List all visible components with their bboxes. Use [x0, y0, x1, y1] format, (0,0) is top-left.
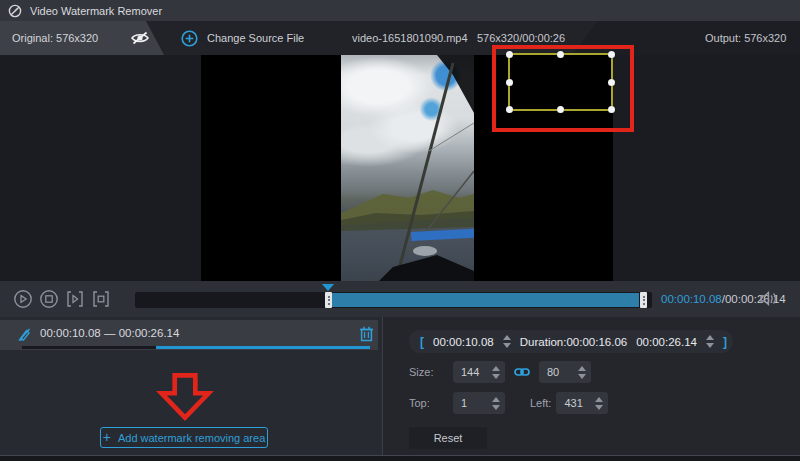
toolbar: Original: 576x320 Change Source File vid…	[0, 21, 800, 55]
set-end-bracket-button[interactable]: ]	[723, 335, 727, 349]
delete-area-icon[interactable]	[359, 325, 374, 344]
original-size-label: Original: 576x320	[12, 32, 98, 44]
transport-bar: 00:00:10.08/00:00:26.14	[0, 281, 800, 317]
add-area-label: Add watermark removing area	[118, 432, 265, 444]
spin-down-icon[interactable]	[578, 374, 586, 379]
spin-up-icon[interactable]	[503, 335, 511, 340]
height-input[interactable]	[539, 366, 569, 378]
left-input[interactable]	[556, 397, 586, 409]
time-range-editor: [ 00:00:10.08 Duration:00:00:16.06 00:00…	[409, 330, 733, 353]
frame-capture-button[interactable]	[91, 289, 111, 309]
change-source-label: Change Source File	[207, 32, 304, 44]
set-start-bracket-button[interactable]: [	[420, 335, 424, 349]
item-range-before	[22, 346, 156, 349]
item-range-selected	[156, 346, 370, 349]
spin-down-icon[interactable]	[492, 374, 500, 379]
spin-down-icon[interactable]	[492, 405, 500, 410]
preview-stage	[0, 55, 800, 281]
spin-down-icon[interactable]	[706, 343, 714, 348]
selection-handle-se[interactable]	[608, 106, 615, 113]
timeline-end-handle[interactable]	[640, 292, 647, 308]
spin-up-icon[interactable]	[492, 397, 500, 402]
watermark-areas-panel: 00:00:10.08 — 00:00:26.14 +	[0, 317, 382, 455]
left-label: Left:	[530, 397, 551, 409]
video-preview	[341, 55, 474, 281]
bottom-edge-bar	[0, 455, 800, 461]
playhead-marker[interactable]	[322, 284, 334, 291]
video-filename: video-1651801090.mp4	[352, 21, 468, 55]
height-field[interactable]	[539, 361, 591, 383]
end-time-value[interactable]: 00:00:26.14	[636, 336, 697, 348]
video-watermark-remover-window: Video Watermark Remover Original: 576x32…	[0, 0, 800, 461]
selection-handle-nw[interactable]	[506, 51, 513, 58]
top-field[interactable]	[453, 392, 505, 414]
top-label: Top:	[409, 397, 441, 409]
reset-button[interactable]: Reset	[409, 427, 487, 449]
size-label: Size:	[409, 366, 441, 378]
area-settings-panel: [ 00:00:10.08 Duration:00:00:16.06 00:00…	[383, 317, 800, 455]
spin-up-icon[interactable]	[706, 335, 714, 340]
item-range-bar	[22, 346, 370, 349]
left-field[interactable]	[556, 392, 608, 414]
stop-button[interactable]	[39, 289, 59, 309]
volume-icon[interactable]	[759, 290, 778, 309]
timeline-track[interactable]	[135, 292, 652, 308]
end-time-spinner[interactable]	[706, 335, 714, 348]
add-watermark-area-button[interactable]: + Add watermark removing area	[100, 427, 268, 448]
selection-handle-sw[interactable]	[506, 106, 513, 113]
app-logo-icon	[8, 4, 22, 18]
timeline-start-handle[interactable]	[325, 292, 332, 308]
spin-down-icon[interactable]	[595, 405, 603, 410]
selection-handle-ne[interactable]	[608, 51, 615, 58]
selection-handle-w[interactable]	[506, 79, 513, 86]
spin-up-icon[interactable]	[595, 397, 603, 402]
link-dimensions-icon[interactable]	[514, 366, 530, 378]
watermark-item-time-range: 00:00:10.08 — 00:00:26.14	[40, 320, 179, 346]
top-spinner[interactable]	[492, 397, 500, 410]
window-title: Video Watermark Remover	[30, 5, 162, 17]
preview-original-eye-icon[interactable]	[128, 28, 152, 50]
selection-handle-e[interactable]	[608, 79, 615, 86]
spin-up-icon[interactable]	[578, 366, 586, 371]
selection-handle-s[interactable]	[557, 106, 564, 113]
watermark-selection-box[interactable]	[508, 53, 613, 111]
play-button[interactable]	[13, 289, 33, 309]
height-spinner[interactable]	[578, 366, 586, 379]
plus-icon: +	[103, 430, 111, 444]
add-circle-icon	[181, 30, 198, 47]
annotation-arrow-icon	[155, 372, 215, 424]
start-time-spinner[interactable]	[503, 335, 511, 348]
width-spinner[interactable]	[492, 366, 500, 379]
left-spinner[interactable]	[595, 397, 603, 410]
play-selection-button[interactable]	[65, 289, 85, 309]
spin-up-icon[interactable]	[492, 366, 500, 371]
output-size-label: Output: 576x320	[705, 21, 786, 55]
position-row: Top: Left:	[409, 392, 608, 414]
change-source-file-button[interactable]: Change Source File	[181, 21, 304, 55]
duration-label: Duration:00:00:16.06	[520, 336, 627, 348]
current-time: 00:00:10.08	[661, 293, 722, 305]
size-row: Size:	[409, 361, 591, 383]
top-input[interactable]	[453, 397, 483, 409]
spin-down-icon[interactable]	[503, 343, 511, 348]
start-time-value[interactable]: 00:00:10.08	[433, 336, 494, 348]
selection-handle-n[interactable]	[557, 51, 564, 58]
watermark-item-icon	[17, 326, 32, 344]
width-field[interactable]	[453, 361, 505, 383]
width-input[interactable]	[453, 366, 483, 378]
title-bar: Video Watermark Remover	[0, 0, 800, 21]
timeline-selected-range[interactable]	[332, 293, 639, 307]
